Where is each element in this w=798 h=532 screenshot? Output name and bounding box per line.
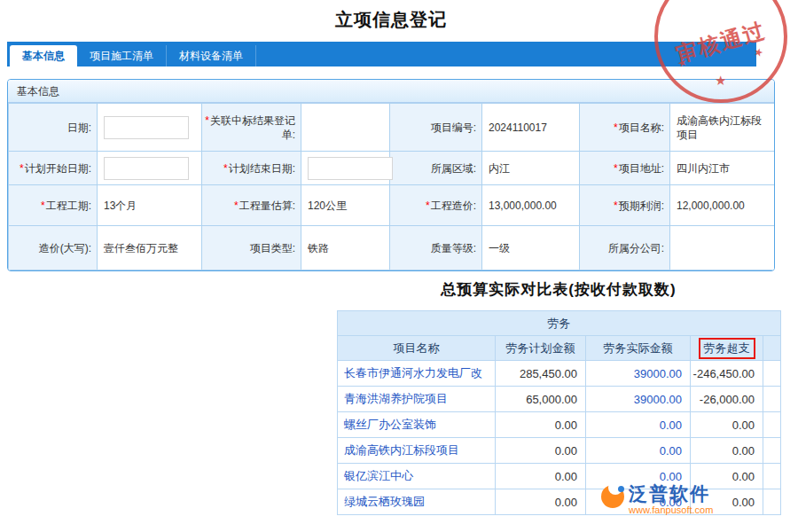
tab-basic-info[interactable]: 基本信息 bbox=[10, 45, 77, 66]
label-project-address: *项目地址: bbox=[580, 152, 670, 185]
table-row: 长春市伊通河水力发电厂改 285,450.00 39000.00 -246,45… bbox=[338, 361, 781, 387]
clipped-cell bbox=[763, 412, 781, 438]
value-project-type: 铁路 bbox=[301, 226, 390, 270]
actual-amount-link[interactable]: 0.00 bbox=[586, 412, 691, 438]
clipped-cell bbox=[763, 387, 781, 412]
value-expected-profit: 12,000,000.00 bbox=[670, 185, 775, 226]
field-label: 计划开始日期: bbox=[25, 162, 91, 175]
section-header-basic-info: 基本信息 bbox=[8, 80, 774, 103]
field-label: 项目编号: bbox=[431, 121, 476, 134]
project-name-link[interactable]: 成渝高铁内江标段项目 bbox=[338, 438, 496, 464]
project-name-link[interactable]: 青海洪湖养护院项目 bbox=[338, 387, 496, 412]
date-input[interactable] bbox=[104, 116, 189, 139]
value-duration: 13个月 bbox=[98, 185, 202, 226]
clipped-cell bbox=[763, 438, 781, 464]
required-asterisk: * bbox=[41, 200, 45, 212]
value-cost-in-words: 壹仟叁佰万元整 bbox=[98, 226, 202, 270]
budget-comparison-panel: 总预算实际对比表(按收付款取数) 劳务 项目名称 劳务计划金额 劳务实际金额 劳… bbox=[337, 277, 780, 515]
col-header-labor-planned: 劳务计划金额 bbox=[496, 336, 586, 361]
label-expected-profit: *预期利润: bbox=[580, 185, 670, 226]
label-quantity-estimate: *工程量估算: bbox=[202, 185, 301, 226]
project-name-link[interactable]: 长春市伊通河水力发电厂改 bbox=[338, 361, 496, 387]
tab-bar: 基本信息 项目施工清单 材料设备清单 bbox=[7, 42, 756, 66]
col-header-labor-overrun: 劳务超支 bbox=[691, 336, 763, 361]
field-label: 工程工期: bbox=[46, 200, 91, 212]
table-row: 日期: *关联中标结果登记单: 项目编号: 2024110017 *项目名称: … bbox=[9, 104, 775, 152]
value-plan-end-date bbox=[301, 152, 390, 185]
field-label: 项目名称: bbox=[619, 121, 664, 134]
planned-amount: 285,450.00 bbox=[496, 361, 586, 387]
tab-material-equipment-list[interactable]: 材料设备清单 bbox=[167, 45, 256, 66]
highlight-box: 劳务超支 bbox=[699, 338, 755, 359]
project-name-link[interactable]: 螺丝厂办公室装饰 bbox=[338, 412, 496, 438]
value-quality-grade: 一级 bbox=[482, 226, 580, 270]
overrun-amount: -246,450.00 bbox=[691, 361, 763, 387]
clipped-cell bbox=[763, 489, 781, 515]
required-asterisk: * bbox=[205, 114, 209, 127]
budget-table: 劳务 项目名称 劳务计划金额 劳务实际金额 劳务超支 长春市伊通河水力发电厂改 … bbox=[337, 310, 781, 515]
basic-info-panel: 基本信息 日期: *关联中标结果登记单: 项目编号: 2024110017 *项… bbox=[7, 79, 775, 271]
label-project-name: *项目名称: bbox=[580, 104, 670, 152]
table-row: 螺丝厂办公室装饰 0.00 0.00 0.00 bbox=[338, 412, 781, 438]
col-header-clipped bbox=[763, 336, 781, 361]
label-date: 日期: bbox=[9, 104, 98, 152]
table-row: *工程工期: 13个月 *工程量估算: 120公里 *工程造价: 13,000,… bbox=[9, 185, 775, 226]
field-label: 计划结束日期: bbox=[229, 162, 295, 175]
label-duration: *工程工期: bbox=[9, 185, 98, 226]
value-region: 内江 bbox=[482, 152, 580, 185]
planned-amount: 0.00 bbox=[496, 489, 586, 515]
field-label: 造价(大写): bbox=[39, 242, 91, 254]
value-project-cost: 13,000,000.00 bbox=[482, 185, 580, 226]
table-row: 银亿滨江中心 0.00 0.00 0.00 bbox=[338, 464, 781, 489]
label-branch-company: 所属分公司: bbox=[580, 226, 670, 270]
field-label: 日期: bbox=[67, 121, 91, 134]
logo-url: www.fanpusoft.com bbox=[629, 505, 713, 516]
value-branch-company bbox=[670, 226, 775, 270]
plan-end-date-input[interactable] bbox=[308, 157, 393, 180]
flame-icon bbox=[601, 485, 624, 508]
label-plan-start-date: *计划开始日期: bbox=[9, 152, 98, 185]
field-label: 项目地址: bbox=[619, 162, 664, 175]
actual-amount-link[interactable]: 39000.00 bbox=[586, 387, 691, 412]
field-label: 预期利润: bbox=[619, 200, 664, 212]
required-asterisk: * bbox=[20, 162, 24, 175]
col-header-labor-actual: 劳务实际金额 bbox=[586, 336, 691, 361]
plan-start-date-input[interactable] bbox=[104, 157, 189, 180]
value-bid-result-link bbox=[301, 104, 390, 152]
value-plan-start-date bbox=[98, 152, 202, 185]
logo-text-block: 泛普软件 www.fanpusoft.com bbox=[629, 483, 713, 516]
table-row: 项目名称 劳务计划金额 劳务实际金额 劳务超支 bbox=[338, 336, 781, 361]
required-asterisk: * bbox=[223, 162, 228, 175]
clipped-cell bbox=[763, 464, 781, 489]
table-row: 成渝高铁内江标段项目 0.00 0.00 0.00 bbox=[338, 438, 781, 464]
overrun-amount: -26,000.00 bbox=[691, 387, 763, 412]
required-asterisk: * bbox=[234, 200, 239, 212]
planned-amount: 0.00 bbox=[496, 438, 586, 464]
label-bid-result-link: *关联中标结果登记单: bbox=[202, 104, 301, 152]
value-project-name: 成渝高铁内江标段项目 bbox=[670, 104, 775, 152]
tab-construction-list[interactable]: 项目施工清单 bbox=[77, 45, 167, 66]
actual-amount-link[interactable]: 0.00 bbox=[586, 438, 691, 464]
field-label: 所属区域: bbox=[431, 162, 476, 175]
value-date bbox=[98, 104, 202, 152]
field-label: 所属分公司: bbox=[608, 242, 664, 254]
fanpu-logo: 泛普软件 www.fanpusoft.com bbox=[601, 483, 713, 516]
clipped-cell bbox=[763, 361, 781, 387]
required-asterisk: * bbox=[614, 162, 618, 175]
label-quality-grade: 质量等级: bbox=[390, 226, 482, 270]
label-region: 所属区域: bbox=[390, 152, 482, 185]
group-header-labor: 劳务 bbox=[338, 311, 781, 336]
project-name-link[interactable]: 银亿滨江中心 bbox=[338, 464, 496, 489]
project-name-link[interactable]: 绿城云栖玫瑰园 bbox=[338, 489, 496, 515]
label-plan-end-date: *计划结束日期: bbox=[202, 152, 301, 185]
table-row: 绿城云栖玫瑰园 0.00 0.00 0.00 bbox=[338, 489, 781, 515]
table-row: 劳务 bbox=[338, 311, 781, 336]
value-quantity-estimate: 120公里 bbox=[301, 185, 390, 226]
actual-amount-link[interactable]: 39000.00 bbox=[586, 361, 691, 387]
project-info-table: 日期: *关联中标结果登记单: 项目编号: 2024110017 *项目名称: … bbox=[8, 103, 775, 270]
overrun-amount: 0.00 bbox=[691, 412, 763, 438]
label-project-type: 项目类型: bbox=[202, 226, 301, 270]
value-project-code: 2024110017 bbox=[482, 104, 580, 152]
label-cost-in-words: 造价(大写): bbox=[9, 226, 98, 270]
overrun-amount: 0.00 bbox=[691, 438, 763, 464]
